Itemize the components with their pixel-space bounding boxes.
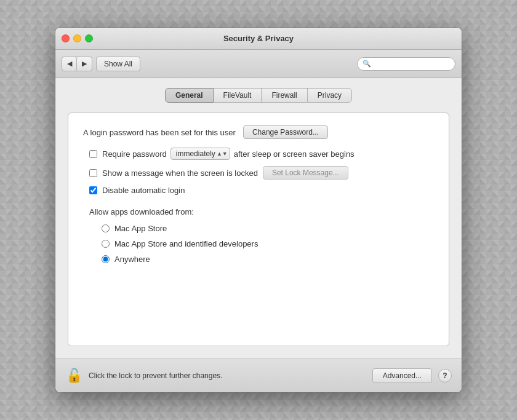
nav-buttons: ◀ ▶: [62, 57, 92, 71]
immediately-dropdown-wrap: immediately 5 seconds 1 minute 5 minutes…: [170, 148, 230, 160]
tab-general[interactable]: General: [165, 88, 214, 103]
help-button[interactable]: ?: [438, 369, 452, 382]
lock-text: Click the lock to prevent further change…: [89, 371, 366, 380]
back-button[interactable]: ◀: [62, 57, 77, 71]
radio-anywhere-input[interactable]: [102, 255, 110, 263]
radio-options: Mac App Store Mac App Store and identifi…: [102, 224, 434, 264]
login-password-row: A login password has been set for this u…: [83, 125, 434, 139]
show-all-button[interactable]: Show All: [96, 57, 140, 71]
window-title: Security & Privacy: [223, 34, 294, 43]
show-message-checkbox[interactable]: [89, 169, 97, 177]
set-lock-message-button[interactable]: Set Lock Message...: [263, 166, 348, 180]
close-button[interactable]: [62, 34, 70, 42]
search-input[interactable]: [374, 60, 450, 68]
tab-filevault[interactable]: FileVault: [213, 88, 262, 103]
radio-mac-app-store-input[interactable]: [102, 224, 110, 232]
tab-privacy[interactable]: Privacy: [307, 88, 352, 103]
toolbar: ◀ ▶ Show All 🔍: [55, 50, 462, 78]
require-password-row: Require password immediately 5 seconds 1…: [89, 148, 434, 160]
login-password-text: A login password has been set for this u…: [83, 128, 236, 137]
radio-mac-app-store: Mac App Store: [102, 224, 434, 233]
tab-firewall[interactable]: Firewall: [261, 88, 307, 103]
content-area: General FileVault Firewall Privacy A log…: [55, 78, 462, 359]
disable-autologin-row: Disable automatic login: [89, 186, 434, 195]
radio-anywhere: Anywhere: [102, 255, 434, 264]
radio-anywhere-label: Anywhere: [114, 255, 150, 264]
title-bar: Security & Privacy: [55, 28, 462, 50]
radio-mac-app-store-identified-label: Mac App Store and identified developers: [114, 239, 258, 248]
require-password-checkbox[interactable]: [89, 150, 97, 158]
radio-mac-app-store-identified-input[interactable]: [102, 240, 110, 248]
tab-bar: General FileVault Firewall Privacy: [68, 88, 449, 103]
main-window: Security & Privacy ◀ ▶ Show All 🔍 Genera…: [55, 28, 462, 392]
traffic-lights: [62, 34, 93, 42]
after-sleep-text: after sleep or screen saver begins: [234, 149, 355, 159]
minimize-button[interactable]: [73, 34, 81, 42]
options-section: Require password immediately 5 seconds 1…: [89, 148, 434, 195]
require-password-label: Require password: [102, 149, 167, 159]
disable-autologin-checkbox[interactable]: [89, 186, 97, 194]
immediately-dropdown[interactable]: immediately 5 seconds 1 minute 5 minutes…: [170, 148, 230, 160]
show-message-row: Show a message when the screen is locked…: [89, 166, 434, 180]
radio-mac-app-store-label: Mac App Store: [114, 224, 167, 233]
advanced-button[interactable]: Advanced...: [372, 368, 432, 383]
show-message-label: Show a message when the screen is locked: [102, 168, 258, 178]
bottom-bar: 🔓 Click the lock to prevent further chan…: [55, 359, 462, 392]
search-box: 🔍: [357, 57, 455, 71]
lock-icon[interactable]: 🔓: [65, 365, 82, 386]
radio-mac-app-store-identified: Mac App Store and identified developers: [102, 239, 434, 248]
allow-apps-section: Allow apps downloaded from: Mac App Stor…: [83, 207, 434, 264]
search-icon: 🔍: [363, 60, 371, 68]
maximize-button[interactable]: [85, 34, 93, 42]
general-panel: A login password has been set for this u…: [68, 113, 449, 346]
change-password-button[interactable]: Change Password...: [243, 125, 328, 139]
disable-autologin-label: Disable automatic login: [102, 186, 185, 195]
forward-button[interactable]: ▶: [77, 57, 92, 71]
allow-apps-title: Allow apps downloaded from:: [89, 207, 434, 216]
